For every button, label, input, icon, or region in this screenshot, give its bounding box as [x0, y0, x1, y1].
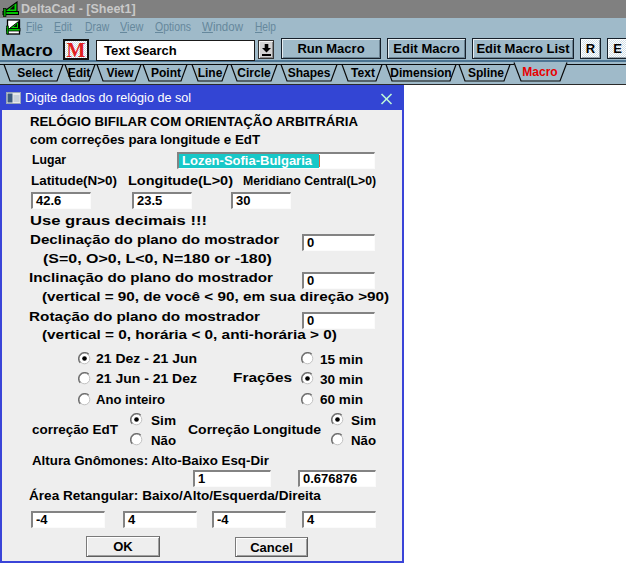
svg-text:Select: Select: [17, 66, 52, 80]
svg-text:Text: Text: [351, 66, 375, 80]
svg-text:Spline: Spline: [468, 66, 504, 80]
svg-text:Shapes: Shapes: [288, 66, 331, 80]
svg-text:Point: Point: [151, 66, 181, 80]
svg-text:Macro: Macro: [522, 65, 557, 79]
svg-text:Dimension: Dimension: [390, 66, 451, 80]
svg-text:View: View: [106, 66, 134, 80]
svg-text:Edit: Edit: [68, 66, 91, 80]
svg-text:Circle: Circle: [237, 66, 271, 80]
svg-text:Line: Line: [198, 66, 223, 80]
